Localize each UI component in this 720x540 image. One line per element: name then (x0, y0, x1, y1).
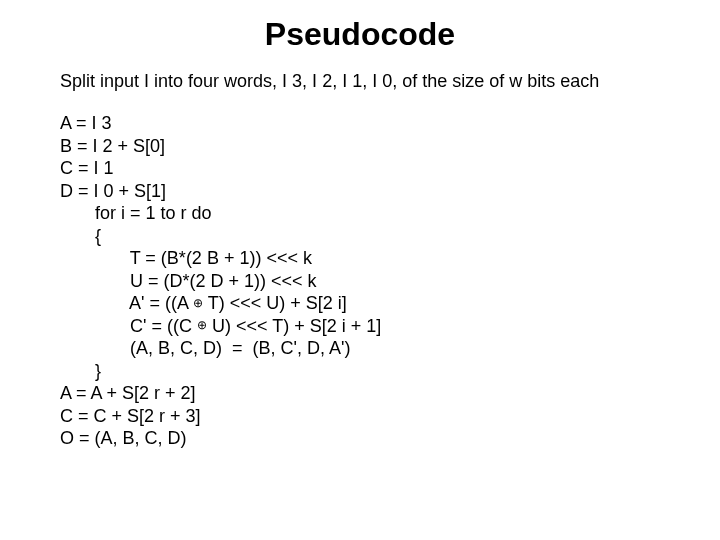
code-line: T = (B*(2 B + 1)) <<< k (60, 248, 312, 268)
code-line: C = C + S[2 r + 3] (60, 406, 201, 426)
code-line: A = I 3 (60, 113, 112, 133)
code-fragment: A' = ((A (60, 293, 193, 313)
code-line: C = I 1 (60, 158, 114, 178)
intro-text: Split input I into four words, I 3, I 2,… (60, 71, 660, 92)
code-fragment: U) <<< T) + S[2 i + 1] (207, 316, 381, 336)
code-line: A = A + S[2 r + 2] (60, 383, 196, 403)
code-line: (A, B, C, D) = (B, C', D, A') (60, 338, 350, 358)
code-line: C' = ((C ⊕ U) <<< T) + S[2 i + 1] (60, 316, 381, 336)
code-fragment: C' = ((C (60, 316, 197, 336)
code-line: O = (A, B, C, D) (60, 428, 187, 448)
slide: Pseudocode Split input I into four words… (0, 0, 720, 540)
code-line: A' = ((A ⊕ T) <<< U) + S[2 i] (60, 293, 347, 313)
pseudocode-block: A = I 3 B = I 2 + S[0] C = I 1 D = I 0 +… (60, 112, 660, 450)
code-line: B = I 2 + S[0] (60, 136, 165, 156)
code-line: U = (D*(2 D + 1)) <<< k (60, 271, 317, 291)
xor-icon: ⊕ (197, 318, 207, 332)
code-line: { (60, 226, 101, 246)
code-line: D = I 0 + S[1] (60, 181, 166, 201)
page-title: Pseudocode (60, 16, 660, 53)
code-line: } (60, 361, 101, 381)
code-fragment: T) <<< U) + S[2 i] (203, 293, 347, 313)
code-line: for i = 1 to r do (60, 203, 212, 223)
xor-icon: ⊕ (193, 296, 203, 310)
